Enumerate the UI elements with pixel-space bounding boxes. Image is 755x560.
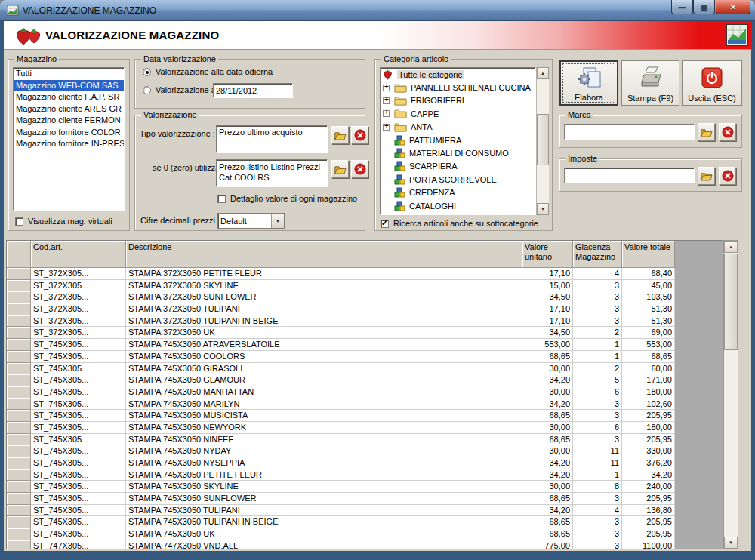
tree-expand-icon[interactable] <box>383 97 390 104</box>
table-cell[interactable]: 34,20 <box>522 469 573 481</box>
row-selector-cell[interactable] <box>7 434 31 446</box>
table-cell[interactable]: 205,95 <box>622 528 675 540</box>
warehouse-list-item[interactable]: Magazzino fornitore COLOR <box>14 127 124 139</box>
table-row[interactable]: ST_372X305...STAMPA 372X3050 TULIPANI IN… <box>7 315 675 328</box>
radio-button[interactable] <box>143 68 151 76</box>
table-cell[interactable]: 6 <box>573 386 622 398</box>
row-selector-cell[interactable] <box>7 457 31 469</box>
table-cell[interactable]: 775,00 <box>522 540 573 549</box>
table-cell[interactable]: 3 <box>573 280 622 291</box>
table-cell[interactable]: 30,00 <box>522 386 573 398</box>
row-selector-cell[interactable] <box>7 398 31 411</box>
table-cell[interactable]: 11 <box>573 445 622 457</box>
table-row[interactable]: ST_745X305...STAMPA 745X3050 NYDAY30,001… <box>7 445 675 457</box>
tree-item[interactable]: MATERIALI DI CONSUMO <box>381 146 535 159</box>
tipo-valorizzazione-field[interactable]: Prezzo ultimo acquisto <box>216 125 328 153</box>
table-scroll-thumb[interactable] <box>724 254 738 350</box>
table-cell[interactable]: 1100,00 <box>622 540 675 549</box>
table-cell[interactable]: STAMPA 745X3050 UK <box>126 528 522 540</box>
table-cell[interactable]: 180,00 <box>622 386 675 398</box>
marca-input[interactable] <box>564 124 695 140</box>
table-cell[interactable]: 5 <box>573 374 622 386</box>
table-cell[interactable]: 6 <box>573 422 622 433</box>
table-cell[interactable]: 102,60 <box>622 398 675 410</box>
table-row[interactable]: ST_745X305...STAMPA 745X3050 SKYLINE30,0… <box>7 481 675 493</box>
table-cell[interactable]: STAMPA 747X3050 VND.ALL <box>126 540 522 549</box>
table-body[interactable]: ST_372X305...STAMPA 372X3050 PETITE FLEU… <box>7 268 675 549</box>
se-zero-clear-button[interactable] <box>351 160 368 178</box>
search-subcategories-checkbox[interactable]: Ricerca articoli anche su sottocategorie <box>381 219 538 228</box>
virtual-warehouse-checkbox[interactable]: Visualizza mag. virtuali <box>15 217 112 226</box>
se-zero-lookup-button[interactable] <box>331 160 349 178</box>
tree-item[interactable]: ANTA <box>381 121 535 134</box>
tree-item[interactable]: FRIGORIFERI <box>381 94 535 107</box>
table-cell[interactable]: STAMPA 745X3050 SUNFLOWER <box>126 493 522 504</box>
scroll-up-icon[interactable]: ▲ <box>724 241 738 253</box>
table-cell[interactable]: STAMPA 745X3050 MANHATTAN <box>126 386 522 398</box>
table-cell[interactable]: 4 <box>573 505 622 516</box>
table-row[interactable]: ST_745X305...STAMPA 745X3050 MUSICISTA68… <box>7 410 675 422</box>
warehouse-list-item[interactable]: Magazzino cliente FERMON <box>14 115 124 127</box>
table-row[interactable]: ST_372X305...STAMPA 372X3050 PETITE FLEU… <box>7 268 675 280</box>
table-row[interactable]: ST_745X305...STAMPA 745X3050 MANHATTAN30… <box>7 386 675 398</box>
table-cell[interactable]: 11 <box>573 457 622 469</box>
table-cell[interactable]: 205,95 <box>622 516 675 528</box>
table-cell[interactable]: ST_372X305... <box>31 327 126 338</box>
table-cell[interactable]: 68,65 <box>522 434 573 445</box>
row-selector-cell[interactable] <box>7 516 31 528</box>
table-cell[interactable]: 1 <box>573 339 622 350</box>
magazzino-listbox[interactable]: TuttiMagazzino WEB-COM SASMagazzino clie… <box>13 67 125 211</box>
table-cell[interactable]: 330,00 <box>622 445 675 457</box>
imposte-lookup-button[interactable] <box>698 167 715 185</box>
row-selector-cell[interactable] <box>7 280 31 292</box>
table-cell[interactable]: 2 <box>573 363 622 374</box>
uscita-button[interactable]: Uscita (ESC) <box>682 60 742 106</box>
table-cell[interactable]: 34,20 <box>522 505 573 516</box>
table-cell[interactable]: ST_745X305... <box>31 528 126 540</box>
table-row[interactable]: ST_372X305...STAMPA 372X3050 UK34,50269,… <box>7 327 675 339</box>
table-cell[interactable]: 68,65 <box>522 528 573 540</box>
checkbox-box[interactable] <box>381 220 389 228</box>
table-cell[interactable]: 3 <box>573 291 622 303</box>
row-selector-cell[interactable] <box>7 374 31 386</box>
table-cell[interactable]: ST_745X305... <box>31 422 126 433</box>
row-selector-cell[interactable] <box>7 351 31 363</box>
table-cell[interactable]: 60,00 <box>622 363 675 374</box>
table-cell[interactable]: STAMPA 745X3050 MUSICISTA <box>126 410 522 421</box>
table-cell[interactable]: 51,30 <box>622 315 675 327</box>
maximize-button[interactable]: ▣ <box>693 0 715 14</box>
table-cell[interactable]: ST_745X305... <box>31 469 126 481</box>
table-cell[interactable]: 3 <box>573 303 622 315</box>
table-cell[interactable]: ST_745X305... <box>31 374 126 386</box>
table-cell[interactable]: STAMPA 745X3050 SKYLINE <box>126 481 522 492</box>
table-cell[interactable]: 34,50 <box>522 291 573 303</box>
column-header[interactable]: Valore totale <box>622 241 675 268</box>
table-cell[interactable]: ST_745X305... <box>31 410 126 421</box>
tree-item[interactable]: CATALOGHI <box>381 199 535 212</box>
table-cell[interactable]: 205,95 <box>622 493 675 504</box>
table-cell[interactable]: STAMPA 745X3050 ATRAVERSLATOILE <box>126 339 522 350</box>
tree-expand-icon[interactable] <box>383 124 390 131</box>
table-cell[interactable]: 17,10 <box>522 315 573 327</box>
scroll-down-icon[interactable]: ▼ <box>724 537 738 549</box>
row-selector-cell[interactable] <box>7 493 31 505</box>
table-cell[interactable]: STAMPA 745X3050 MARILYN <box>126 398 522 410</box>
table-cell[interactable]: ST_745X305... <box>31 457 126 469</box>
table-row[interactable]: ST_745X305...STAMPA 745X3050 TULIPANI IN… <box>7 516 675 528</box>
table-cell[interactable]: ST_372X305... <box>31 268 126 279</box>
table-cell[interactable]: 68,65 <box>522 410 573 421</box>
table-cell[interactable]: 4 <box>573 268 622 279</box>
table-cell[interactable]: 205,95 <box>622 434 675 445</box>
close-button[interactable]: ✕ <box>716 0 750 14</box>
table-row[interactable]: ST_372X305...STAMPA 372X3050 SKYLINE15,0… <box>7 280 675 292</box>
row-selector-cell[interactable] <box>7 339 31 351</box>
stampa-button[interactable]: Stampa (F9) <box>621 60 680 106</box>
table-scrollbar[interactable]: ▲ ▼ <box>723 240 738 549</box>
table-cell[interactable]: ST_745X305... <box>31 398 126 410</box>
table-cell[interactable]: 136,80 <box>622 505 675 516</box>
warehouse-list-item[interactable]: Magazzino fornitore IN-PRES <box>14 138 124 150</box>
table-cell[interactable]: STAMPA 745X3050 TULIPANI IN BEIGE <box>126 516 522 528</box>
table-cell[interactable]: STAMPA 745X3050 COOLORS <box>126 351 522 362</box>
table-cell[interactable]: ST_745X305... <box>31 339 126 350</box>
table-cell[interactable]: ST_745X305... <box>31 481 126 492</box>
